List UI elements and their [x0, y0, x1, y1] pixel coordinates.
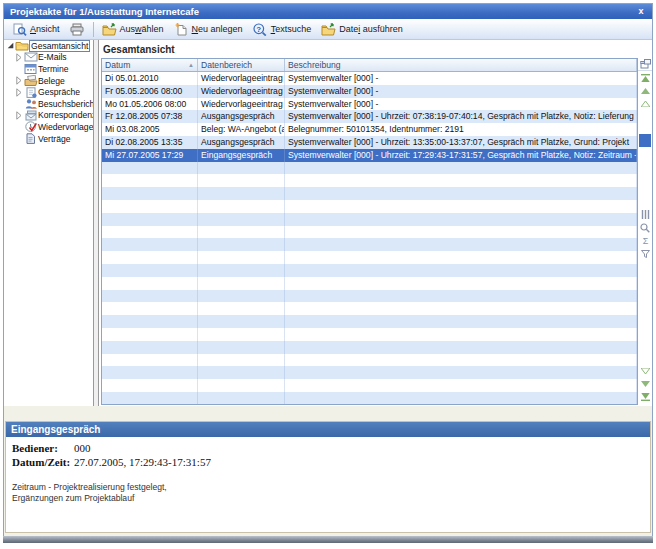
search-icon[interactable] — [638, 221, 652, 234]
sum-icon[interactable]: Σ — [638, 234, 652, 247]
column-header-datum[interactable]: Datum ▲ — [102, 59, 198, 71]
cell-datum — [102, 187, 198, 200]
receipts-icon — [23, 75, 38, 86]
cell-beschreibung — [285, 213, 637, 226]
cell-datenbereich — [198, 200, 285, 213]
view-button[interactable]: Ansicht — [7, 21, 65, 38]
tree-item-belege[interactable]: Belege — [4, 75, 93, 87]
expand-collapsed-icon[interactable] — [15, 76, 23, 85]
row-down-icon[interactable] — [638, 364, 652, 377]
cell-datenbereich: Ausgangsgespräch — [198, 110, 285, 123]
tree-item-e-mails[interactable]: E-Mails — [4, 52, 93, 64]
cell-datum — [102, 290, 198, 303]
folder-open-icon — [14, 40, 29, 51]
page-down-icon[interactable] — [638, 377, 652, 390]
tree-item-gesamtansicht[interactable]: Gesamtansicht — [4, 40, 93, 52]
window-bottom-border — [3, 536, 653, 543]
table-row-empty — [102, 264, 637, 277]
window-title: Projektakte für 1/Ausstattung Internetca… — [10, 6, 199, 17]
cell-datenbereich — [198, 264, 285, 277]
tree-item-gespr-che[interactable]: Gespräche — [4, 86, 93, 98]
toolbar-separator — [93, 22, 94, 37]
email-icon — [23, 52, 38, 62]
table-row[interactable]: Di 02.08.2005 13:35AusgangsgesprächSyste… — [102, 136, 637, 149]
cell-beschreibung: Systemverwalter [000] - — [285, 85, 637, 98]
column-header-beschreibung[interactable]: Beschreibung — [285, 59, 637, 71]
note-line: Ergänzungen zum Projektablauf — [12, 493, 650, 504]
field-chooser-icon[interactable] — [638, 58, 652, 71]
cell-beschreibung — [285, 315, 637, 328]
toolbar-button-label: Neu anlegen — [192, 24, 243, 34]
follow-up-icon — [23, 121, 38, 132]
print-button[interactable] — [65, 21, 90, 38]
cell-beschreibung — [285, 277, 637, 290]
table-row[interactable]: Di 05.01.2010WiedervorlageeintragSystemv… — [102, 72, 637, 85]
cell-datenbereich — [198, 328, 285, 341]
contract-icon — [23, 133, 38, 144]
cell-beschreibung — [285, 354, 637, 367]
cell-beschreibung: Systemverwalter [000] - Uhrzeit: 17:29:4… — [285, 149, 637, 162]
main-panel: Gesamtansicht Datum ▲ Datenbereich Besch… — [99, 40, 652, 406]
textsearch-button[interactable]: ?Textsuche — [248, 21, 317, 38]
table-row[interactable]: Fr 05.05.2006 08:00WiedervorlageeintragS… — [102, 85, 637, 98]
cell-beschreibung — [285, 366, 637, 379]
page-up-icon[interactable] — [638, 84, 652, 97]
cell-beschreibung: Systemverwalter [000] - — [285, 72, 637, 85]
cell-datenbereich: Wiedervorlageeintrag — [198, 98, 285, 111]
close-button[interactable]: x — [635, 4, 647, 19]
runfile-button[interactable]: Datei ausführen — [316, 21, 408, 38]
tree-item-wiedervorlagen[interactable]: Wiedervorlagen — [4, 121, 93, 133]
cell-datum — [102, 174, 198, 187]
cell-datum: Fr 05.05.2006 08:00 — [102, 85, 198, 98]
tree-item-label: Wiedervorlagen — [38, 122, 93, 132]
cell-beschreibung — [285, 302, 637, 315]
visit-report-icon — [23, 98, 38, 109]
grid-body: Di 05.01.2010WiedervorlageeintragSystemv… — [102, 72, 637, 405]
table-row-empty — [102, 200, 637, 213]
cell-datum — [102, 162, 198, 175]
cell-datum — [102, 213, 198, 226]
field-value: 000 — [74, 442, 91, 454]
cell-beschreibung — [285, 162, 637, 175]
open-folder-icon — [102, 23, 117, 36]
cell-datenbereich: Eingangsgespräch — [198, 149, 285, 162]
content-area: GesamtansichtE-MailsTermineBelegeGespräc… — [4, 40, 652, 406]
row-up-icon[interactable] — [638, 97, 652, 110]
cell-beschreibung: Systemverwalter [000] - Uhrzeit: 13:35:0… — [285, 136, 637, 149]
cell-datenbereich — [198, 302, 285, 315]
tree-item-korrespondenzen[interactable]: Korrespondenzen — [4, 110, 93, 122]
tree-item-termine[interactable]: Termine — [4, 63, 93, 75]
cell-beschreibung — [285, 226, 637, 239]
expand-collapsed-icon[interactable] — [15, 88, 23, 97]
grid-side-rail: Σ — [638, 58, 652, 405]
svg-text:?: ? — [256, 24, 261, 33]
scroll-to-top-icon[interactable] — [638, 71, 652, 84]
cell-datenbereich: Ausgangsgespräch — [198, 136, 285, 149]
filter-icon[interactable] — [638, 247, 652, 260]
select-button[interactable]: Auswählen — [97, 21, 169, 38]
expand-collapsed-icon[interactable] — [15, 53, 23, 62]
table-row[interactable]: Fr 12.08.2005 07:38AusgangsgesprächSyste… — [102, 110, 637, 123]
svg-text:Σ: Σ — [642, 236, 648, 245]
table-row-empty — [102, 187, 637, 200]
cell-beschreibung — [285, 174, 637, 187]
expand-collapsed-icon[interactable] — [15, 111, 23, 120]
cell-datum — [102, 251, 198, 264]
scroll-to-bottom-icon[interactable] — [638, 390, 652, 403]
calendar-icon — [23, 63, 38, 74]
new-button[interactable]: Neu anlegen — [169, 21, 248, 38]
column-header-datenbereich[interactable]: Datenbereich — [198, 59, 285, 71]
toolbar-button-label: Datei ausführen — [339, 24, 403, 34]
table-row-empty — [102, 213, 637, 226]
columns-icon[interactable] — [638, 208, 652, 221]
table-row[interactable]: Mi 03.08.2005Beleg: WA-Angebot (alle Bel… — [102, 123, 637, 136]
table-row[interactable]: Mi 27.07.2005 17:29EingangsgesprächSyste… — [102, 149, 637, 162]
table-row[interactable]: Mo 01.05.2006 08:00WiedervorlageeintragS… — [102, 98, 637, 111]
cell-datum — [102, 328, 198, 341]
tree-item-vertr-ge[interactable]: Verträge — [4, 133, 93, 145]
cell-datum — [102, 366, 198, 379]
tree-item-besuchsberichte[interactable]: Besuchsberichte — [4, 98, 93, 110]
cell-datenbereich — [198, 174, 285, 187]
expand-expanded-icon[interactable] — [6, 42, 14, 49]
tree-item-label: Belege — [38, 76, 65, 86]
